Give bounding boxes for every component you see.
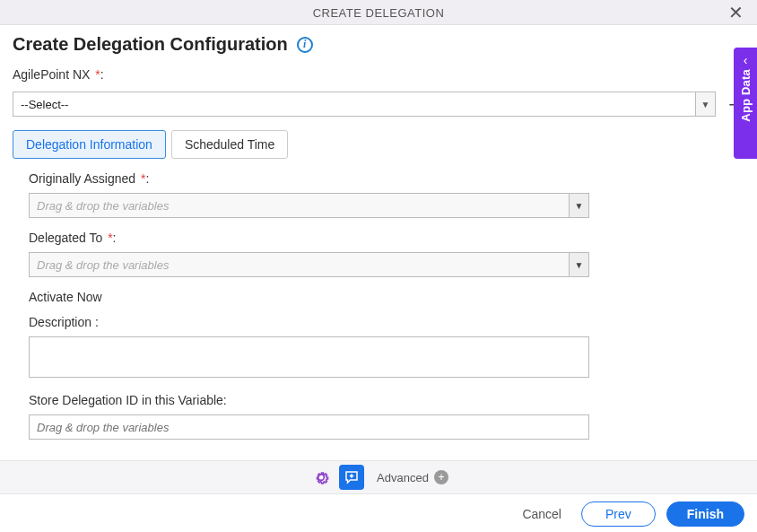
description-field: Description :	[29, 315, 744, 380]
chevron-down-icon: ▼	[575, 260, 584, 270]
agilepoint-field: AgilePoint NX *:	[13, 67, 744, 85]
required-asterisk: *	[91, 67, 100, 82]
originally-assigned-field: Originally Assigned *: ▼	[29, 171, 744, 218]
side-tab-label: App Data	[739, 69, 753, 122]
plus-circle-icon: +	[434, 470, 448, 484]
info-icon[interactable]: i	[297, 37, 313, 53]
required-asterisk: *	[137, 171, 145, 186]
originally-assigned-input[interactable]: ▼	[29, 193, 589, 218]
page-title: Create Delegation Configuration	[13, 34, 288, 55]
label-colon: :	[113, 231, 117, 245]
agilepoint-label: AgilePoint NX	[13, 67, 90, 82]
footer: Cancel Prev Finish	[0, 496, 757, 532]
content-area: Create Delegation Configuration i AgileP…	[0, 25, 757, 440]
delegated-to-text[interactable]	[30, 253, 569, 276]
gear-icon	[312, 468, 330, 486]
activate-now-label: Activate Now	[29, 290, 744, 304]
delegated-to-dropdown-button[interactable]: ▼	[569, 253, 588, 276]
required-asterisk: *	[104, 231, 112, 245]
tabs: Delegation Information Scheduled Time	[13, 130, 744, 159]
originally-assigned-text[interactable]	[30, 194, 569, 217]
chevron-down-icon: ▼	[701, 100, 710, 109]
tab-scheduled-time[interactable]: Scheduled Time	[171, 130, 288, 159]
store-delegation-field: Store Delegation ID in this Variable:	[29, 393, 744, 440]
comments-button[interactable]	[339, 465, 364, 490]
cancel-button[interactable]: Cancel	[513, 501, 570, 527]
advanced-bar: Advanced +	[0, 460, 757, 494]
app-data-side-tab[interactable]: ‹ App Data	[734, 48, 757, 159]
delegated-to-input[interactable]: ▼	[29, 252, 589, 277]
advanced-toggle[interactable]: Advanced +	[377, 470, 448, 484]
store-delegation-label: Store Delegation ID in this Variable:	[29, 393, 227, 407]
originally-assigned-label: Originally Assigned	[29, 171, 135, 186]
prev-button[interactable]: Prev	[581, 501, 656, 527]
description-input[interactable]	[29, 336, 589, 378]
tab-delegation-information[interactable]: Delegation Information	[13, 130, 166, 159]
comment-plus-icon	[344, 469, 360, 485]
description-label: Description :	[29, 315, 99, 329]
delegated-to-field: Delegated To *: ▼	[29, 231, 744, 277]
page-heading: Create Delegation Configuration i	[13, 34, 744, 55]
store-delegation-input[interactable]	[29, 414, 589, 440]
finish-button[interactable]: Finish	[666, 501, 744, 527]
advanced-label: Advanced	[377, 471, 429, 484]
originally-assigned-dropdown-button[interactable]: ▼	[569, 194, 588, 217]
chevron-down-icon: ▼	[575, 201, 584, 211]
title-bar: CREATE DELEGATION ✕	[0, 0, 757, 25]
close-icon: ✕	[728, 0, 744, 25]
delegated-to-label: Delegated To	[29, 231, 102, 245]
chevron-left-icon: ‹	[744, 53, 748, 67]
settings-button[interactable]	[309, 465, 334, 490]
delegation-info-form: Originally Assigned *: ▼ Delegated To *:…	[13, 171, 744, 440]
agilepoint-value: --Select--	[13, 92, 695, 116]
label-colon: :	[100, 67, 104, 82]
label-colon: :	[145, 171, 149, 186]
agilepoint-select[interactable]: --Select-- ▼	[13, 92, 716, 117]
close-button[interactable]: ✕	[723, 0, 748, 25]
title-bar-title: CREATE DELEGATION	[313, 6, 445, 20]
agilepoint-dropdown-button[interactable]: ▼	[695, 92, 715, 116]
